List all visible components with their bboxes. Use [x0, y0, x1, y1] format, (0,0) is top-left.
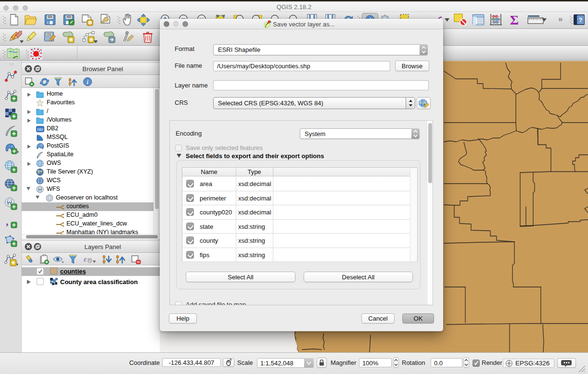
- svg-text:ε: ε: [84, 255, 87, 263]
- svg-text:DB2: DB2: [37, 128, 43, 131]
- svg-text:,: ,: [6, 216, 9, 227]
- svg-text:?: ?: [579, 16, 583, 24]
- svg-text:Σ: Σ: [510, 13, 519, 26]
